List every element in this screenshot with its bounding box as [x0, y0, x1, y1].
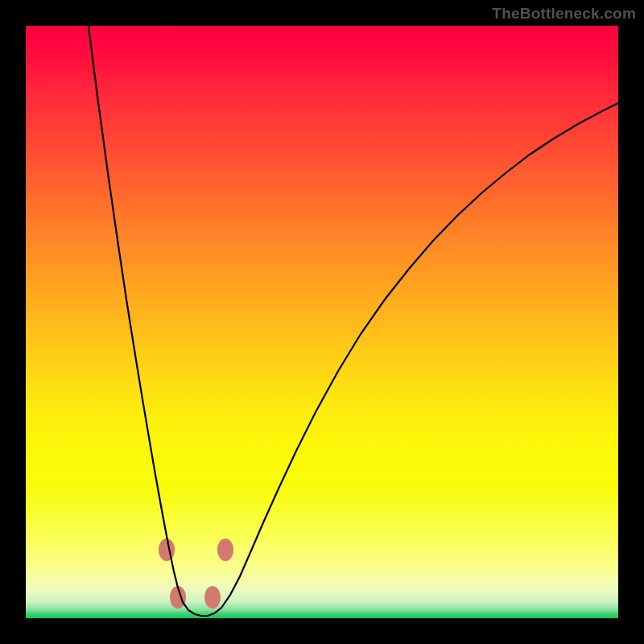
chart-frame: TheBottleneck.com: [0, 0, 644, 644]
watermark-text: TheBottleneck.com: [492, 5, 636, 23]
plot-area: [26, 26, 618, 618]
marker-left-upper: [159, 539, 175, 561]
v-curve: [89, 26, 618, 616]
chart-svg: [26, 26, 618, 618]
marker-right-upper: [217, 539, 233, 561]
marker-right-lower: [204, 586, 221, 609]
